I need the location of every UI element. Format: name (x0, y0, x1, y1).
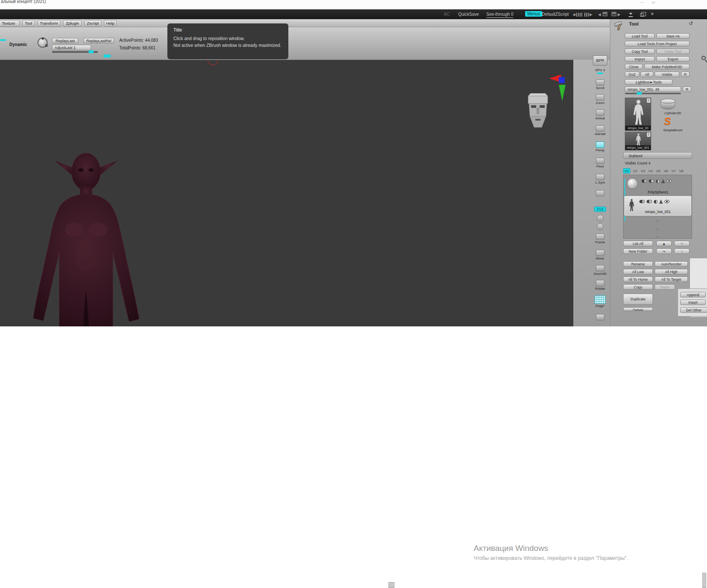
polypaint-toggle-icon[interactable] (639, 200, 645, 203)
append-button[interactable]: Append (680, 292, 706, 297)
subtool-tab-v4[interactable]: V4 (647, 168, 654, 173)
subtool-tab-v6[interactable]: V6 (662, 168, 670, 173)
brush-toggle-icon[interactable] (661, 179, 665, 183)
lsym-button[interactable]: L.Sym (592, 174, 608, 184)
move-out-folder-button[interactable]: ↳ (674, 248, 690, 254)
tool-thumbnail-current[interactable]: 2 retopo_low_00 (625, 98, 651, 131)
persp-button[interactable]: Persp (592, 141, 608, 152)
restore-window-icon[interactable] (640, 13, 644, 17)
rotate-button[interactable]: Rotate (592, 280, 608, 291)
visibility-eye-icon[interactable] (664, 200, 670, 203)
all-low-button[interactable]: All Low (623, 269, 653, 274)
sym-radial-button[interactable] (592, 215, 608, 222)
subtool-tab-v7[interactable]: V7 (670, 168, 677, 173)
export-button[interactable]: Export (656, 56, 690, 62)
goz-all-button[interactable]: All (641, 72, 653, 77)
menu-texture[interactable]: Texture (0, 20, 20, 26)
subtool-tab-v1[interactable]: V1 (623, 168, 630, 173)
menus-toggle-button[interactable]: Menus (525, 11, 542, 17)
scroll-left-icon[interactable]: ◀ (572, 12, 582, 17)
save-as-button[interactable]: Save As (656, 33, 690, 39)
goz-button[interactable]: GoZ (625, 72, 639, 77)
all-to-target-button[interactable]: All To Target (655, 277, 688, 282)
autoreorder-button[interactable]: AutoReorder (655, 261, 688, 267)
tool-item-r-button[interactable]: R (683, 86, 691, 92)
minimize-shelf-icon[interactable] (629, 13, 633, 17)
all-to-home-button[interactable]: All To Home (623, 277, 653, 282)
shelf-slider-handle[interactable] (103, 55, 111, 58)
new-folder-button[interactable]: New Folder (623, 248, 653, 254)
list-all-button[interactable]: List All (623, 241, 653, 246)
load-tool-button[interactable]: Load Tool (625, 33, 655, 39)
zoom3d-button[interactable]: Zoom3D (592, 265, 608, 276)
replay-last-rel-button[interactable]: ReplayLastRel (83, 38, 114, 43)
dock-right-icon[interactable]: ▶ (618, 12, 621, 17)
delete-button[interactable]: Delete (623, 307, 653, 311)
sculpt-model[interactable] (22, 150, 150, 326)
scroll-button[interactable]: Scroll (592, 79, 608, 90)
uv-toggle-icon[interactable] (647, 200, 652, 203)
brush-toggle-icon[interactable] (659, 199, 663, 204)
adjust-last-handle[interactable] (89, 50, 94, 53)
copy-tool-button[interactable]: Copy Tool (625, 49, 655, 54)
see-through-slider[interactable]: See-through 0 (486, 12, 513, 18)
palette-reset-icon[interactable]: ↺ (689, 20, 693, 26)
cylinder3d-icon[interactable] (661, 100, 675, 110)
menu-help[interactable]: Help (104, 20, 117, 26)
polypaint-toggle-icon[interactable] (641, 179, 647, 183)
subtool-tab-v5[interactable]: V5 (655, 168, 662, 173)
shade-toggle-icon[interactable] (656, 179, 660, 183)
clone-button[interactable]: Clone (625, 64, 643, 69)
menu-tool[interactable]: Tool (22, 20, 35, 26)
goz-visible-button[interactable]: Visible (655, 72, 679, 77)
local-button[interactable] (592, 190, 608, 196)
subtool-copy-button[interactable]: Copy (623, 284, 653, 290)
quicksave-button[interactable]: QuickSave (458, 12, 479, 17)
close-window-icon[interactable]: × (651, 11, 654, 17)
subtool-up-button[interactable]: ▲ (656, 241, 672, 246)
replay-last-button[interactable]: ReplayLast (52, 38, 78, 43)
insert-button[interactable]: Insert (680, 300, 706, 305)
frame-button[interactable]: Frame (592, 233, 608, 244)
subtool-tab-v2[interactable]: V2 (632, 168, 639, 173)
scroll-right-icon[interactable]: ▶ (584, 12, 592, 17)
spix-slider[interactable]: SPix 3 (592, 68, 608, 74)
draw-size-slider-handle[interactable] (0, 39, 6, 41)
sym-mirror-button[interactable] (592, 223, 608, 230)
all-high-button[interactable]: All High (655, 269, 688, 274)
subtool-tab-v3[interactable]: V3 (639, 168, 647, 173)
lightbox-tools-button[interactable]: Lightbox►Tools (625, 79, 673, 85)
shade-toggle-icon[interactable] (654, 200, 658, 204)
floor-button[interactable]: Floor (592, 158, 608, 168)
del-other-button[interactable]: Del Other (680, 307, 707, 313)
window-layout2-icon[interactable] (612, 12, 616, 16)
window-layout-icon[interactable] (603, 12, 607, 16)
dynamic-label[interactable]: Dynamic (9, 42, 27, 47)
os-maximize-icon[interactable]: ▭ (652, 0, 655, 4)
tool-item-track[interactable] (625, 93, 681, 94)
bpr-button[interactable]: BPR (592, 55, 608, 66)
visibility-eye-icon[interactable] (667, 179, 672, 183)
simplebrush-icon[interactable]: S (664, 115, 671, 127)
load-tools-from-project-button[interactable]: Load Tools From Project (625, 41, 690, 46)
os-minimize-icon[interactable]: — (640, 0, 644, 4)
duplicate-button[interactable]: Duplicate (623, 294, 653, 305)
subtool-down-button[interactable]: ▼ (674, 241, 690, 246)
menu-zplugin[interactable]: Zplugin (63, 20, 82, 26)
head-model[interactable] (526, 92, 549, 130)
rename-button[interactable]: Rename (623, 261, 653, 267)
goz-r-button[interactable]: R (681, 72, 690, 77)
polyf-button[interactable]: PolyF (592, 295, 608, 308)
aahalf-button[interactable]: AAHalf (592, 125, 608, 136)
search-icon[interactable] (701, 56, 706, 60)
tool-thumbnail-other[interactable]: 2 retopo_low_001 (625, 132, 651, 150)
menu-zscript[interactable]: Zscript (84, 20, 101, 26)
move-button[interactable]: Move (592, 250, 608, 260)
transp-button[interactable] (592, 314, 608, 320)
uv-toggle-icon[interactable] (649, 179, 654, 183)
adjust-last-slider[interactable]: AdjustLast 1 (52, 45, 91, 50)
zoom-button[interactable]: Zoom (592, 94, 608, 105)
document-canvas[interactable] (0, 60, 573, 326)
actual-button[interactable]: Actual (592, 110, 608, 120)
axis-z-cube-icon[interactable] (559, 77, 565, 83)
